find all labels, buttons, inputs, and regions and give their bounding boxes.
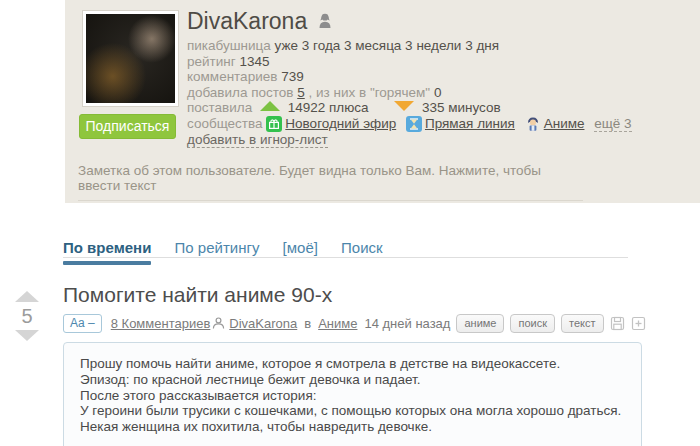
avatar-photo [86, 14, 175, 103]
upvote-arrow-icon[interactable] [15, 291, 39, 302]
tab-search[interactable]: Поиск [341, 239, 383, 265]
ignore-list-link[interactable]: добавить в игнор-лист [187, 132, 328, 148]
user-profile-page: Подписаться DivaKarona пикабушница уже 3… [0, 0, 700, 446]
person-icon [212, 317, 225, 329]
avatar[interactable] [82, 10, 179, 107]
author-link[interactable]: DivaKarona [229, 316, 297, 331]
add-to-collection-icon[interactable] [631, 316, 646, 331]
posts-count-link[interactable]: 5 [297, 85, 305, 100]
tab-by-time[interactable]: По времени [63, 239, 151, 265]
post-meta: Aa – 8 Комментариев DivaKarona в Аниме 1… [63, 313, 646, 333]
tab-mine[interactable]: [моё] [283, 239, 318, 265]
post-body-line: Эпизод: по красной лестнице бежит девочк… [80, 372, 625, 388]
comments-link[interactable]: 8 Комментариев [111, 316, 211, 331]
post-body-line: Некая женщина их похитила, чтобы навреди… [80, 419, 625, 435]
tag-pill[interactable]: аниме [456, 314, 504, 333]
gift-icon [266, 116, 282, 132]
user-note-input[interactable]: Заметка об этом пользователе. Будет видн… [78, 163, 583, 201]
hourglass-icon [406, 116, 422, 132]
save-post-icon[interactable] [610, 316, 625, 331]
post-rating: 5 [14, 302, 40, 330]
profile-info: DivaKarona пикабушница уже 3 года 3 меся… [187, 8, 692, 132]
sort-tabs: По времени По рейтингу [моё] Поиск [63, 239, 628, 258]
post-body-line: У героини были трусики с кошечками, с по… [80, 403, 625, 419]
stat-posts: добавила постов 5 , из них в "горячем" 0 [187, 85, 692, 101]
username: DivaKarona [187, 8, 307, 35]
stat-rating: рейтинг 1345 [187, 54, 692, 70]
post-body-line: После этого рассказывается история: [80, 388, 625, 404]
profile-panel: Подписаться DivaKarona пикабушница уже 3… [65, 0, 700, 203]
anime-icon [525, 116, 541, 132]
stat-tenure: пикабушница уже 3 года 3 месяца 3 недели… [187, 38, 692, 54]
post-vote-widget: 5 [14, 291, 40, 341]
community-item[interactable]: Новогодний эфир [266, 116, 400, 131]
stat-communities: сообщества Новогодний эфир [187, 116, 692, 132]
post-body: Прошу помочь найти аниме, которое я смот… [63, 342, 642, 446]
stat-votes: поставила 14922 плюса 335 минусов [187, 100, 692, 116]
tag-pill[interactable]: текст [561, 314, 604, 333]
font-size-button[interactable]: Aa – [63, 314, 102, 333]
subscribe-button[interactable]: Подписаться [79, 114, 176, 139]
post-body-line: Прошу помочь найти аниме, которое я смот… [80, 356, 625, 372]
tab-by-rating[interactable]: По рейтингу [175, 239, 260, 265]
downvote-arrow-icon[interactable] [15, 330, 39, 341]
stat-comments: комментариев 739 [187, 69, 692, 85]
plus-triangle-icon [260, 101, 280, 111]
female-user-icon [317, 12, 333, 30]
community-item[interactable]: Прямая линия [406, 116, 519, 131]
profile-stats: пикабушница уже 3 года 3 месяца 3 недели… [187, 38, 692, 132]
minus-triangle-icon [394, 101, 414, 111]
tag-pill[interactable]: поиск [510, 314, 555, 333]
post-title[interactable]: Помогите найти аниме 90-х [63, 283, 332, 307]
in-word: в [304, 316, 311, 331]
community-item[interactable]: Аниме [525, 116, 589, 131]
post-age: 14 дней назад [364, 316, 450, 331]
community-link[interactable]: Аниме [318, 316, 357, 331]
communities-more-link[interactable]: ещё 3 [594, 116, 631, 132]
